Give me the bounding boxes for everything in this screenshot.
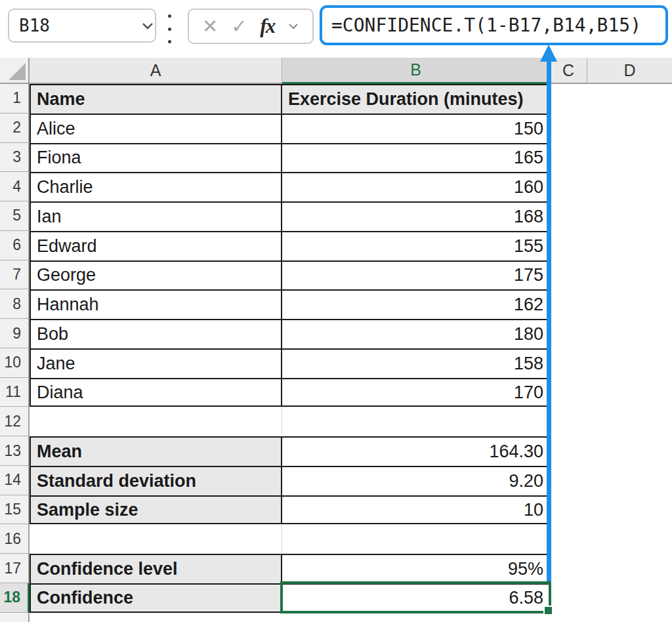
cells-CD-13[interactable]	[550, 436, 672, 466]
enter-icon[interactable]: ✓	[231, 15, 247, 37]
cell-A8[interactable]: Hannah	[30, 289, 282, 319]
row-header-2[interactable]: 2	[0, 114, 30, 143]
cell-B18[interactable]: 6.58	[282, 583, 550, 613]
cells-CD-12[interactable]	[550, 407, 672, 436]
cell-A18[interactable]: Confidence	[30, 583, 282, 613]
row-header-10[interactable]: 10	[0, 348, 30, 378]
row-header-8[interactable]: 8	[0, 289, 30, 319]
row-header-16[interactable]: 16	[0, 524, 30, 554]
function-dropdown-icon[interactable]	[287, 20, 299, 32]
cell-A13[interactable]: Mean	[30, 436, 282, 466]
cell-B9[interactable]: 180	[282, 319, 550, 348]
cell-B11[interactable]: 170	[282, 378, 550, 407]
cell-A2[interactable]: Alice	[30, 114, 282, 143]
cell-B17[interactable]: 95%	[282, 554, 550, 583]
column-headers: A B C D	[30, 58, 672, 84]
cell-A17[interactable]: Confidence level	[30, 554, 282, 583]
cell-A15[interactable]: Sample size	[30, 495, 282, 525]
cells-CD-4[interactable]	[550, 172, 672, 201]
cells-CD-7[interactable]	[550, 260, 672, 290]
row-header-17[interactable]: 17	[0, 554, 30, 583]
cells-CD-2[interactable]	[550, 114, 672, 143]
row-header-11[interactable]: 11	[0, 378, 30, 407]
column-header-c[interactable]: C	[550, 58, 587, 84]
cell-A10[interactable]: Jane	[30, 348, 282, 378]
formula-bar-splitter-icon[interactable]	[167, 14, 172, 43]
row-header-14[interactable]: 14	[0, 466, 30, 495]
row-header-9[interactable]: 9	[0, 319, 30, 348]
cell-B1[interactable]: Exercise Duration (minutes)	[282, 84, 550, 114]
formula-buttons-group: ✕ ✓ fx	[188, 9, 314, 44]
cell-A5[interactable]: Ian	[30, 201, 282, 231]
cell-A6[interactable]: Edward	[30, 231, 282, 260]
cell-B12[interactable]	[282, 407, 550, 436]
sheet-rows: 1NameExercise Duration (minutes)2Alice15…	[0, 84, 672, 613]
cells-CD-1[interactable]	[550, 84, 672, 114]
sheet-row-12: 12	[0, 407, 672, 436]
cells-CD-16[interactable]	[550, 524, 672, 554]
cells-CD-15[interactable]	[550, 495, 672, 525]
cell-B8[interactable]: 162	[282, 289, 550, 319]
cell-B15[interactable]: 10	[282, 495, 550, 525]
cell-A14[interactable]: Standard deviation	[30, 466, 282, 495]
name-box-dropdown-icon[interactable]	[140, 18, 155, 33]
cells-CD-11[interactable]	[550, 378, 672, 407]
sheet-row-15: 15Sample size10	[0, 495, 672, 525]
cells-CD-6[interactable]	[550, 231, 672, 260]
cells-CD-8[interactable]	[550, 289, 672, 319]
column-header-b[interactable]: B	[282, 58, 550, 84]
cell-A7[interactable]: George	[30, 260, 282, 290]
row-header-19-partial[interactable]	[0, 613, 30, 622]
sheet-row-8: 8Hannah162	[0, 289, 672, 319]
cells-CD-5[interactable]	[550, 201, 672, 231]
cells-CD-14[interactable]	[550, 466, 672, 495]
cell-A16[interactable]	[30, 524, 282, 554]
cell-B16[interactable]	[282, 524, 550, 554]
row-header-4[interactable]: 4	[0, 172, 30, 201]
cells-CD-10[interactable]	[550, 348, 672, 378]
formula-input[interactable]: =CONFIDENCE.T(1-B17,B14,B15)	[320, 5, 668, 45]
sheet-row-2: 2Alice150	[0, 114, 672, 143]
row-header-5[interactable]: 5	[0, 201, 30, 231]
cell-B14[interactable]: 9.20	[282, 466, 550, 495]
sheet-row-18: 18Confidence6.58	[0, 583, 672, 613]
column-header-a[interactable]: A	[30, 58, 282, 84]
cell-B7[interactable]: 175	[282, 260, 550, 290]
sheet-row-10: 10Jane158	[0, 348, 672, 378]
select-all-icon	[9, 63, 26, 80]
select-all-button[interactable]	[0, 58, 30, 84]
row-header-18[interactable]: 18	[0, 583, 30, 613]
cell-A11[interactable]: Diana	[30, 378, 282, 407]
cell-B4[interactable]: 160	[282, 172, 550, 201]
cell-A3[interactable]: Fiona	[30, 143, 282, 173]
row-header-3[interactable]: 3	[0, 143, 30, 173]
cell-B10[interactable]: 158	[282, 348, 550, 378]
cells-CD-18[interactable]	[550, 583, 672, 613]
row-header-1[interactable]: 1	[0, 84, 30, 114]
cells-CD-9[interactable]	[550, 319, 672, 348]
row-header-7[interactable]: 7	[0, 260, 30, 290]
column-header-d[interactable]: D	[587, 58, 672, 84]
cell-A1[interactable]: Name	[30, 84, 282, 114]
row-header-15[interactable]: 15	[0, 495, 30, 525]
cell-B13[interactable]: 164.30	[282, 436, 550, 466]
cells-CD-17[interactable]	[550, 554, 672, 583]
cell-A9[interactable]: Bob	[30, 319, 282, 348]
insert-function-icon[interactable]: fx	[260, 14, 274, 38]
formula-text: =CONFIDENCE.T(1-B17,B14,B15)	[322, 14, 641, 36]
cell-A4[interactable]: Charlie	[30, 172, 282, 201]
row-header-12[interactable]: 12	[0, 407, 30, 436]
cell-B6[interactable]: 155	[282, 231, 550, 260]
cells-CD-3[interactable]	[550, 143, 672, 173]
row-header-6[interactable]: 6	[0, 231, 30, 260]
cell-B5[interactable]: 168	[282, 201, 550, 231]
cell-B2[interactable]: 150	[282, 114, 550, 143]
sheet-row-16: 16	[0, 524, 672, 554]
row-header-13[interactable]: 13	[0, 436, 30, 466]
sheet-row-4: 4Charlie160	[0, 172, 672, 201]
cell-B3[interactable]: 165	[282, 143, 550, 173]
cell-A12[interactable]	[30, 407, 282, 436]
name-box[interactable]: B18	[8, 9, 156, 43]
cancel-icon[interactable]: ✕	[202, 15, 218, 37]
sheet-row-5: 5Ian168	[0, 201, 672, 231]
